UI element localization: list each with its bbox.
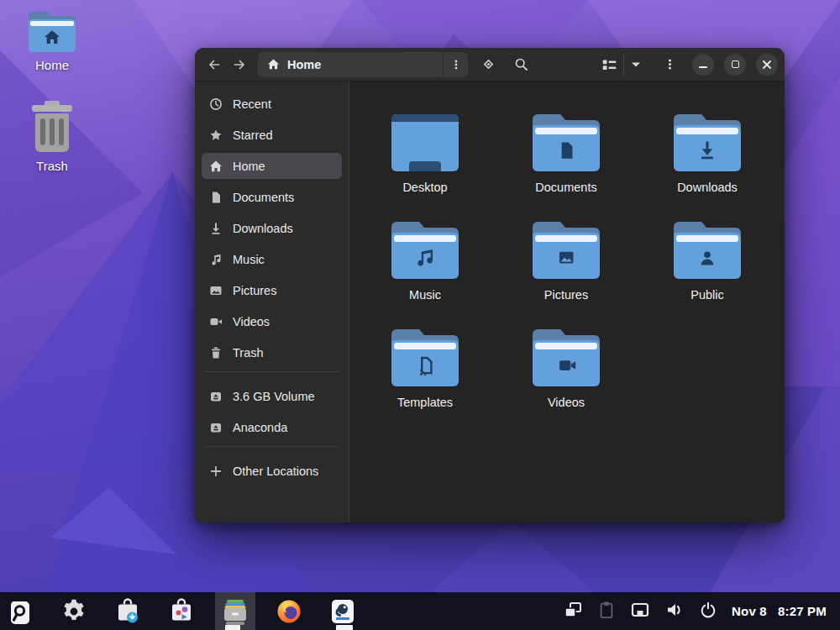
- path-label: Home: [287, 58, 321, 71]
- sidebar-item-label: Documents: [233, 191, 294, 204]
- sidebar-item-videos[interactable]: Videos: [202, 308, 342, 334]
- clipboard-icon: [597, 600, 616, 620]
- folder-label: Downloads: [677, 181, 738, 194]
- maximize-button[interactable]: [724, 54, 746, 76]
- drive-eject-icon: [209, 421, 223, 434]
- desktop-icon-home[interactable]: Home: [12, 12, 92, 72]
- document-icon: [209, 191, 223, 204]
- sidebar-item-anaconda[interactable]: Anaconda: [202, 414, 342, 440]
- folder-public[interactable]: Public: [637, 206, 778, 313]
- sidebar-item-pictures[interactable]: Pictures: [202, 277, 342, 303]
- windows-overview-button[interactable]: [563, 600, 583, 623]
- download-glyph-icon: [693, 136, 722, 165]
- video-glyph-icon: [552, 351, 580, 380]
- folder-label: Videos: [548, 396, 585, 409]
- taskbar-software-store[interactable]: [161, 592, 202, 630]
- taskbar-apps: [0, 592, 376, 630]
- clipboard-button[interactable]: [597, 600, 616, 623]
- kebab-menu-icon: [664, 57, 676, 71]
- minimize-icon: [699, 66, 707, 68]
- list-view-button[interactable]: [595, 52, 623, 77]
- taskbar-software-updates[interactable]: [108, 592, 148, 630]
- taskbar: Nov 8 8:27 PM: [0, 592, 840, 630]
- home-folder-icon: [29, 12, 76, 52]
- close-button[interactable]: [756, 54, 778, 76]
- search-button[interactable]: [508, 52, 533, 77]
- folder-label: Documents: [535, 181, 596, 194]
- desktop-icon-trash[interactable]: Trash: [12, 101, 92, 173]
- sidebar-item-trash[interactable]: Trash: [202, 339, 342, 365]
- folder-templates[interactable]: Templates: [354, 313, 496, 421]
- settings-gear-icon: [60, 597, 88, 626]
- clock[interactable]: Nov 8 8:27 PM: [732, 604, 827, 618]
- taskbar-settings[interactable]: [54, 592, 94, 630]
- sidebar: Recent Starred Home Documents Downloads: [195, 81, 349, 522]
- folder-music[interactable]: Music: [354, 206, 496, 313]
- desktop-icon-label: Trash: [36, 159, 68, 173]
- clock-time: 8:27 PM: [778, 604, 827, 618]
- sidebar-item-starred[interactable]: Starred: [202, 122, 342, 148]
- back-button[interactable]: [202, 52, 227, 77]
- sidebar-item-label: 3.6 GB Volume: [233, 390, 315, 403]
- firefox-icon: [275, 597, 303, 626]
- sidebar-separator: [205, 371, 339, 372]
- power-button[interactable]: [699, 601, 717, 622]
- plus-icon: [209, 465, 223, 478]
- files-app-icon: [221, 597, 249, 626]
- view-options-button[interactable]: [624, 52, 648, 77]
- path-menu-button[interactable]: [444, 52, 468, 77]
- trash-icon: [209, 346, 223, 360]
- folder-label: Music: [409, 288, 441, 302]
- sidebar-item-label: Music: [233, 253, 265, 266]
- close-icon: [762, 60, 772, 70]
- music-glyph-icon: [411, 244, 439, 272]
- video-camera-icon: [209, 315, 223, 328]
- list-view-icon: [601, 58, 617, 71]
- wired-network-icon: [630, 601, 650, 619]
- folder-videos[interactable]: Videos: [496, 313, 637, 421]
- sidebar-item-label: Starred: [233, 129, 273, 142]
- enter-location-button[interactable]: [475, 52, 501, 77]
- trash-can-icon: [29, 101, 76, 153]
- sidebar-item-volume[interactable]: 3.6 GB Volume: [202, 383, 342, 409]
- anaconda-installer-icon: [7, 597, 34, 626]
- forward-button[interactable]: [227, 52, 252, 77]
- taskbar-firefox[interactable]: [269, 592, 309, 630]
- templates-folder-icon: [391, 329, 459, 386]
- titlebar[interactable]: Home: [195, 48, 785, 81]
- home-icon: [267, 58, 280, 71]
- folder-downloads[interactable]: Downloads: [637, 98, 778, 206]
- sidebar-item-label: Pictures: [233, 284, 276, 297]
- software-store-icon: [167, 597, 196, 626]
- sidebar-item-other-locations[interactable]: Other Locations: [202, 458, 342, 484]
- folder-pictures[interactable]: Pictures: [496, 206, 637, 313]
- network-button[interactable]: [630, 601, 650, 622]
- window-menu-button[interactable]: [657, 52, 682, 77]
- sidebar-item-downloads[interactable]: Downloads: [202, 215, 342, 241]
- sidebar-item-recent[interactable]: Recent: [202, 91, 342, 117]
- sidebar-item-label: Downloads: [233, 222, 293, 235]
- file-grid: Desktop Documents Downloads: [349, 81, 785, 522]
- folder-desktop[interactable]: Desktop: [354, 98, 496, 206]
- maximize-icon: [732, 60, 739, 68]
- sidebar-item-documents[interactable]: Documents: [202, 184, 342, 210]
- music-note-icon: [209, 253, 223, 266]
- volume-button[interactable]: [664, 601, 685, 622]
- minimize-button[interactable]: [692, 54, 714, 76]
- recent-clock-icon: [209, 97, 223, 111]
- path-bar[interactable]: Home: [258, 52, 468, 77]
- sidebar-item-home[interactable]: Home: [202, 153, 342, 179]
- sidebar-item-label: Trash: [233, 346, 264, 360]
- back-arrow-icon: [207, 58, 221, 71]
- download-icon: [209, 222, 223, 235]
- view-toggle-group: [595, 52, 648, 77]
- taskbar-anaconda-installer[interactable]: [0, 592, 40, 630]
- clock-date: Nov 8: [732, 604, 767, 618]
- sidebar-item-music[interactable]: Music: [202, 246, 342, 272]
- star-icon: [209, 129, 223, 142]
- window-list-fragment: [336, 625, 353, 630]
- folder-documents[interactable]: Documents: [496, 98, 637, 206]
- desktop-icon-label: Home: [35, 58, 69, 72]
- sidebar-item-label: Other Locations: [233, 465, 318, 478]
- videos-folder-icon: [533, 329, 600, 386]
